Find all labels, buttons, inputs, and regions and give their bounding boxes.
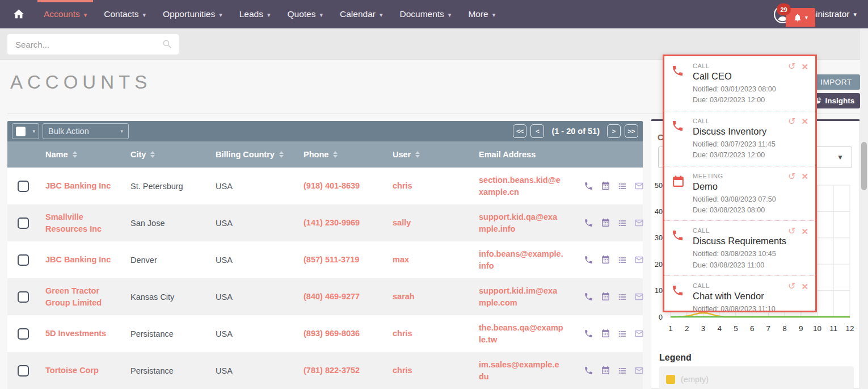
last-page-button[interactable]: >> [625,124,638,138]
calendar-action-icon[interactable] [601,218,610,228]
list-action-icon[interactable] [618,329,627,338]
account-name-link[interactable]: Green Tractor Group Limited [45,285,124,308]
prev-page-button[interactable]: < [530,124,544,138]
account-name-link[interactable]: 5D Investments [45,328,106,339]
user-link[interactable]: chris [393,329,412,338]
nav-item-calendar[interactable]: Calendar ▾ [331,0,391,28]
close-icon[interactable]: ✕ [801,227,808,236]
notification-item[interactable]: CALL Chat with Vendor Notified: 03/08/20… [664,276,815,312]
email-link[interactable]: the.beans.qa@example.tw [479,322,564,345]
email-action-icon[interactable] [634,292,644,302]
close-icon[interactable]: ✕ [801,282,808,291]
account-name-link[interactable]: Smallville Resources Inc [45,211,124,235]
first-page-button[interactable]: << [513,124,526,138]
close-icon[interactable]: ✕ [801,62,808,71]
next-page-button[interactable]: > [607,124,621,138]
notification-item[interactable]: MEETING Demo Notified: 03/08/2023 07:50 … [664,166,815,221]
import-button[interactable]: IMPORT [812,74,860,90]
notification-title[interactable]: Call CEO [693,71,776,82]
email-action-icon[interactable] [634,181,644,191]
table-row[interactable]: Smallville Resources Inc San Jose USA (1… [7,204,643,241]
phone-action-icon[interactable] [584,329,593,338]
history-icon[interactable]: ↺ [788,117,795,126]
email-action-icon[interactable] [634,366,644,375]
email-action-icon[interactable] [634,255,644,265]
user-link[interactable]: sarah [393,292,415,301]
history-icon[interactable]: ↺ [788,227,795,236]
nav-item-accounts[interactable]: Accounts ▾ [35,0,95,28]
phone-link[interactable]: (857) 511-3719 [304,255,359,264]
close-icon[interactable]: ✕ [801,117,808,126]
table-row[interactable]: JBC Banking Inc St. Petersburg USA (918)… [7,168,643,204]
history-icon[interactable]: ↺ [788,62,795,71]
account-name-link[interactable]: JBC Banking Inc [45,180,111,191]
phone-link[interactable]: (840) 469-9277 [304,292,360,301]
column-header-user[interactable]: User [386,150,472,159]
list-action-icon[interactable] [618,292,627,302]
notification-title[interactable]: Discuss Requirements [693,236,786,246]
account-name-link[interactable]: Tortoise Corp [45,365,99,376]
phone-link[interactable]: (781) 822-3752 [304,366,360,375]
notification-item[interactable]: CALL Discuss Inventory Notified: 03/07/2… [664,111,815,166]
row-checkbox[interactable] [18,181,29,192]
nav-item-quotes[interactable]: Quotes ▾ [279,0,332,28]
phone-link[interactable]: (893) 969-8036 [304,329,360,338]
column-header-city[interactable]: City [124,150,209,159]
user-link[interactable]: chris [393,181,412,190]
calendar-action-icon[interactable] [601,292,610,302]
column-header-name[interactable]: Name [39,150,124,159]
email-action-icon[interactable] [634,329,644,338]
table-row[interactable]: JBC Banking Inc Denver USA (857) 511-371… [7,241,643,278]
row-checkbox[interactable] [18,254,29,266]
calendar-action-icon[interactable] [601,181,610,191]
notification-title[interactable]: Chat with Vendor [693,291,776,302]
nav-item-more[interactable]: More ▾ [460,0,504,28]
user-link[interactable]: max [393,255,409,264]
list-action-icon[interactable] [618,182,627,191]
legend-item[interactable]: (empty) [666,371,847,388]
home-button[interactable] [0,0,35,28]
history-icon[interactable]: ↺ [788,282,795,291]
phone-action-icon[interactable] [584,218,593,228]
nav-item-leads[interactable]: Leads ▾ [231,0,279,28]
account-name-link[interactable]: JBC Banking Inc [45,254,111,265]
phone-action-icon[interactable] [584,255,593,265]
nav-item-contacts[interactable]: Contacts ▾ [95,0,154,28]
phone-link[interactable]: (141) 230-9969 [304,218,360,227]
calendar-action-icon[interactable] [601,329,610,338]
calendar-action-icon[interactable] [601,255,610,265]
email-link[interactable]: section.beans.kid@example.cn [479,174,564,198]
email-link[interactable]: info.beans@example.info [479,248,564,271]
bulk-action-dropdown[interactable]: Bulk Action ▾ [43,123,129,139]
table-row[interactable]: Green Tractor Group Limited Kansas City … [7,278,643,315]
email-action-icon[interactable] [634,218,644,228]
column-header-phone[interactable]: Phone [297,150,386,159]
table-row[interactable]: 5D Investments Persistance USA (893) 969… [7,315,643,352]
scrollbar-thumb[interactable] [861,142,867,190]
calendar-action-icon[interactable] [601,366,610,375]
history-icon[interactable]: ↺ [788,172,795,181]
phone-action-icon[interactable] [584,181,593,191]
nav-item-opportunities[interactable]: Opportunities ▾ [154,0,231,28]
table-row[interactable]: Tortoise Corp Persistance USA (781) 822-… [7,352,643,389]
email-link[interactable]: support.kid.qa@example.info [479,211,564,235]
column-header-billing-country[interactable]: Billing Country [209,150,297,159]
row-checkbox[interactable] [18,291,29,303]
list-action-icon[interactable] [618,366,627,375]
nav-item-documents[interactable]: Documents ▾ [391,0,460,28]
vertical-scrollbar[interactable] [860,28,868,389]
close-icon[interactable]: ✕ [801,172,808,181]
row-checkbox[interactable] [18,217,29,229]
list-action-icon[interactable] [618,219,627,228]
search-input[interactable] [14,39,162,50]
notification-item[interactable]: CALL Discuss Requirements Notified: 03/0… [664,221,815,276]
notification-title[interactable]: Demo [693,181,776,192]
row-checkbox[interactable] [18,365,29,377]
user-link[interactable]: sally [393,218,411,227]
phone-link[interactable]: (918) 401-8639 [304,181,360,190]
column-header-email-address[interactable]: Email Address [472,150,577,159]
row-checkbox[interactable] [18,328,29,340]
email-link[interactable]: support.kid.im@example.com [479,285,564,308]
phone-action-icon[interactable] [584,366,593,375]
user-link[interactable]: chris [393,366,412,375]
